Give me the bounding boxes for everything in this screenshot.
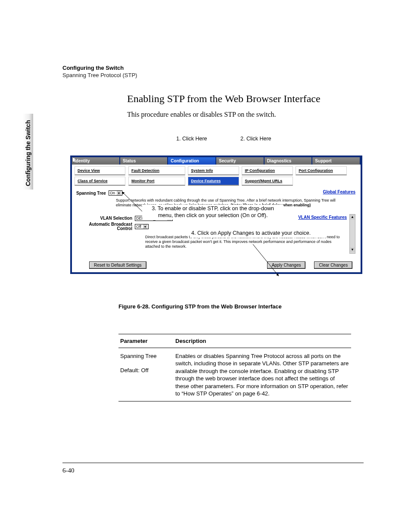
section-title: Enabling STP from the Web Browser Interf… xyxy=(127,93,364,105)
tab-label: Identity xyxy=(75,159,90,163)
tab-configuration[interactable]: Configuration xyxy=(168,157,216,165)
subtab-support-mgmt-urls[interactable]: Support/Mgmt URLs xyxy=(242,177,293,186)
tab-label: Status xyxy=(123,159,136,163)
subtab-device-features[interactable]: Device Features xyxy=(188,177,239,186)
global-features-link[interactable]: Global Features xyxy=(323,190,355,194)
param-name: Spanning Tree xyxy=(120,352,172,360)
tab-label: Configuration xyxy=(171,159,199,163)
callout-3: 3. To enable or disable STP, click on th… xyxy=(142,205,283,220)
chevron-down-icon: ▼ xyxy=(117,191,121,195)
tab-security[interactable]: Security xyxy=(216,157,265,165)
reset-button[interactable]: Reset to Default Settings xyxy=(89,261,146,269)
scroll-track[interactable] xyxy=(350,220,355,247)
scroll-down-icon[interactable]: ▼ xyxy=(350,247,355,252)
table-header-parameter: Parameter xyxy=(118,334,174,348)
header-subtitle: Spanning Tree Protocol (STP) xyxy=(62,72,364,78)
scrollbar[interactable]: ▲ ▼ xyxy=(349,214,355,254)
subtab-fault-detection[interactable]: Fault Detection xyxy=(128,166,185,175)
subtab-label: Port Configuration xyxy=(299,168,333,173)
callout-4: 4. Click on Apply Changes to activate yo… xyxy=(190,229,327,238)
button-bar: Reset to Default Settings Apply Changes … xyxy=(72,259,361,272)
spanning-tree-label: Spanning Tree xyxy=(76,191,106,196)
tab-diagnostics[interactable]: Diagnostics xyxy=(265,157,313,165)
device-features-panel: Global Features Spanning Tree On ▼ Suppo… xyxy=(72,187,361,259)
clear-changes-button[interactable]: Clear Changes xyxy=(314,261,352,269)
tab-label: Security xyxy=(219,159,236,163)
subtab-label: Support/Mgmt URLs xyxy=(245,179,282,183)
sub-tabs: Device View Fault Detection System Info … xyxy=(72,165,361,187)
abc-select[interactable]: Off ▼ xyxy=(135,224,149,229)
scroll-up-icon[interactable]: ▲ xyxy=(350,215,355,220)
tab-label: Diagnostics xyxy=(267,159,292,163)
page-number: 6-40 xyxy=(62,467,75,474)
table-cell-param: Spanning Tree Default: Off xyxy=(118,348,174,401)
apply-changes-button[interactable]: Apply Changes xyxy=(267,261,306,269)
callout-2: 2. Click Here xyxy=(240,136,271,142)
subtab-monitor-port[interactable]: Monitor Port xyxy=(128,177,185,186)
subtab-system-info[interactable]: System Info xyxy=(188,166,239,175)
callout-row: 1. Click Here 2. Click Here xyxy=(70,136,363,156)
subtab-label: Device Features xyxy=(191,179,221,183)
main-tabs: Identity Status Configuration Security D… xyxy=(72,157,361,165)
parameter-table: Parameter Description Spanning Tree Defa… xyxy=(118,334,351,401)
select-value: Off xyxy=(136,224,141,229)
subtab-device-view[interactable]: Device View xyxy=(75,166,125,175)
spanning-tree-select[interactable]: On ▼ xyxy=(109,190,122,196)
subtab-class-of-service[interactable]: Class of Service xyxy=(75,177,125,186)
vlan-specific-features-link[interactable]: VLAN Specific Features xyxy=(298,215,347,220)
vlan-selection-label: VLAN Selection xyxy=(76,216,132,221)
param-default: Default: Off xyxy=(120,367,172,374)
table-cell-description: Enables or disables Spanning Tree Protoc… xyxy=(174,348,351,401)
abc-label: Automatic Broadcast Control xyxy=(76,222,132,231)
tab-identity[interactable]: Identity xyxy=(72,157,120,165)
footer-rule xyxy=(62,463,364,463)
figure-caption: Figure 6-28. Configuring STP from the We… xyxy=(118,303,364,310)
subtab-port-configuration[interactable]: Port Configuration xyxy=(296,166,346,175)
subtab-label: Monitor Port xyxy=(131,179,155,183)
page-header: Configuring the Switch Spanning Tree Pro… xyxy=(62,65,364,78)
side-tab: Configuring the Switch xyxy=(23,114,33,190)
table-header-description: Description xyxy=(174,334,351,348)
chevron-down-icon: ▼ xyxy=(143,224,147,229)
tab-status[interactable]: Status xyxy=(120,157,168,165)
subtab-label: System Info xyxy=(191,168,213,173)
subtab-label: IP Configuration xyxy=(245,168,275,173)
subtab-label: Class of Service xyxy=(78,179,108,183)
callout-1: 1. Click Here xyxy=(176,136,207,142)
tab-label: Support xyxy=(315,159,331,163)
subtab-label: Device View xyxy=(78,168,100,173)
select-value: On xyxy=(110,191,115,195)
subtab-ip-configuration[interactable]: IP Configuration xyxy=(242,166,293,175)
header-title: Configuring the Switch xyxy=(62,65,364,71)
tab-support[interactable]: Support xyxy=(312,157,361,165)
section-intro: This procedure enables or disables STP o… xyxy=(127,111,364,118)
subtab-label: Fault Detection xyxy=(131,168,159,173)
